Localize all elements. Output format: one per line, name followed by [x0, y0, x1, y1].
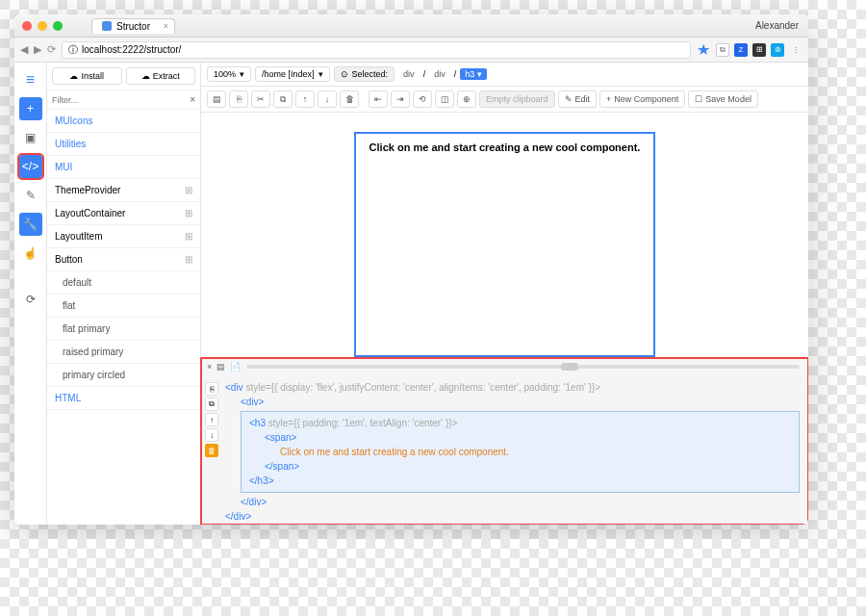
info-icon: ⓘ	[68, 43, 78, 57]
sidebar-item[interactable]: ThemeProvider⊞	[47, 179, 200, 202]
down-icon[interactable]: ↓	[318, 90, 337, 108]
ext-icon[interactable]: Z	[734, 43, 748, 57]
add-button[interactable]: +	[19, 97, 42, 120]
clear-filter-icon[interactable]: ×	[190, 94, 195, 105]
book-icon[interactable]: ▣	[19, 126, 42, 149]
cut-icon[interactable]: ✂	[251, 90, 270, 108]
brush-icon[interactable]: ✎	[19, 184, 42, 207]
zoom-select[interactable]: 100% ▾	[207, 66, 251, 82]
ext-icon[interactable]: ⊛	[771, 43, 784, 57]
main-area: 100% ▾ /home [Index] ▾ ⊙ Selected: div /…	[201, 63, 808, 525]
up-icon[interactable]: ↑	[295, 90, 315, 108]
new-component-button[interactable]: + New Component	[599, 90, 685, 108]
code-rail: ⎘ ⧉ ↑ ↓ 🗑	[202, 359, 221, 524]
sidebar-item[interactable]: LayoutItem⊞	[47, 225, 200, 248]
install-button[interactable]: ☁ Install	[52, 67, 122, 85]
duplicate-icon[interactable]: ⧉	[273, 90, 293, 108]
tab-title: Structor	[116, 21, 150, 32]
sidebar-item[interactable]: MUI	[47, 156, 200, 179]
component-preview[interactable]: Click on me and start creating a new coo…	[354, 132, 656, 357]
save-model-button[interactable]: ☐ Save Model	[688, 90, 758, 108]
minimize-window-icon[interactable]	[38, 21, 47, 31]
sidebar-item[interactable]: Utilities	[47, 133, 200, 156]
sidebar-item[interactable]: Button⊞	[47, 248, 200, 271]
selected-label: ⊙ Selected:	[334, 66, 395, 82]
breadcrumb-item[interactable]: h3 ▾	[460, 68, 487, 80]
star-icon[interactable]: ★	[697, 40, 710, 59]
menu-icon[interactable]: ⋮	[789, 43, 802, 57]
sidebar-item[interactable]: primary circled	[47, 364, 200, 387]
collapse-icon[interactable]: ▤	[207, 90, 226, 108]
down-icon[interactable]: ↓	[205, 428, 218, 442]
paste-first-icon[interactable]: ⇥	[391, 90, 410, 108]
paste-last-icon[interactable]: ⊕	[457, 90, 476, 108]
extract-button[interactable]: ☁ Extract	[126, 67, 196, 85]
sidebar: ☁ Install ☁ Extract × MUIconsUtilitiesMU…	[47, 63, 201, 525]
toolbar-actions: ▤ ⎘ ✂ ⧉ ↑ ↓ 🗑 ⇤ ⇥ ⟲ ◫ ⊕ Empty clipboard …	[201, 87, 808, 113]
favicon-icon	[102, 21, 112, 31]
left-rail: ≡ + ▣ </> ✎ 🔧 ☝ ⟳	[14, 63, 47, 525]
sidebar-item[interactable]: flat primary	[47, 318, 200, 341]
browser-window: Structor × Alexander ◀ ▶ ⟳ ⓘ localhost:2…	[14, 14, 808, 525]
wrench-icon[interactable]: 🔧	[19, 213, 42, 236]
code-icon[interactable]: </>	[19, 155, 42, 178]
up-icon[interactable]: ↑	[205, 413, 218, 426]
delete-icon[interactable]: 🗑	[340, 90, 359, 108]
paste-replace-icon[interactable]: ⟲	[413, 90, 432, 108]
ext-icon[interactable]: ⧉	[716, 43, 729, 57]
sidebar-item[interactable]: HTML	[47, 387, 200, 410]
paste-before-icon[interactable]: ⇤	[369, 90, 388, 108]
titlebar: Structor × Alexander	[14, 14, 808, 38]
url-bar: ◀ ▶ ⟳ ⓘ localhost:2222/structor/ ★ ⧉ Z ⊞…	[14, 38, 808, 63]
sidebar-item[interactable]: MUIcons	[47, 110, 200, 133]
url-text: localhost:2222/structor/	[82, 44, 181, 55]
browser-tab[interactable]: Structor ×	[91, 18, 175, 34]
edit-button[interactable]: ✎ Edit	[558, 90, 598, 108]
panel-tab-icon[interactable]: ▤	[216, 362, 225, 372]
breadcrumb-item[interactable]: div	[398, 68, 420, 80]
close-panel-icon[interactable]: ×	[207, 362, 212, 372]
sidebar-item[interactable]: LayoutContainer⊞	[47, 202, 200, 225]
close-tab-icon[interactable]: ×	[164, 21, 168, 31]
maximize-window-icon[interactable]	[53, 21, 63, 31]
app: ≡ + ▣ </> ✎ 🔧 ☝ ⟳ ☁ Install ☁ Extract × …	[14, 63, 808, 525]
user-label: Alexander	[755, 20, 799, 31]
clipboard-label: Empty clipboard	[479, 90, 555, 108]
url-input[interactable]: ⓘ localhost:2222/structor/	[62, 41, 691, 59]
canvas[interactable]: Click on me and start creating a new coo…	[201, 113, 808, 357]
copy-icon[interactable]: ⎘	[229, 90, 248, 108]
forward-icon: ▶	[34, 43, 41, 56]
filter-input[interactable]	[52, 95, 190, 105]
delete-icon[interactable]: 🗑	[205, 444, 218, 457]
reload-icon[interactable]: ⟳	[47, 43, 56, 56]
sidebar-item[interactable]: raised primary	[47, 341, 200, 364]
breadcrumb-item[interactable]: div	[429, 68, 450, 80]
close-window-icon[interactable]	[22, 21, 32, 31]
toolbar-top: 100% ▾ /home [Index] ▾ ⊙ Selected: div /…	[201, 63, 808, 87]
back-icon[interactable]: ◀	[20, 43, 28, 56]
menu-icon[interactable]: ≡	[19, 68, 42, 91]
sidebar-item[interactable]: default	[47, 271, 200, 295]
code-tree[interactable]: <div style={{ display: 'flex', justifyCo…	[221, 359, 807, 524]
code-panel: × ▤ 📄 ⎘ ⧉ ↑ ↓ 🗑 <div style={{ display: '…	[200, 357, 808, 525]
copy-icon[interactable]: ⎘	[205, 382, 218, 396]
panel-doc-icon[interactable]: 📄	[230, 362, 241, 372]
paste-wrap-icon[interactable]: ◫	[435, 90, 454, 108]
duplicate-icon[interactable]: ⧉	[205, 398, 218, 411]
refresh-icon[interactable]: ⟳	[19, 288, 42, 311]
hand-icon[interactable]: ☝	[19, 242, 42, 265]
page-select[interactable]: /home [Index] ▾	[255, 66, 330, 82]
panel-slider[interactable]	[246, 365, 800, 369]
ext-icon[interactable]: ⊞	[752, 43, 766, 57]
sidebar-item[interactable]: flat	[47, 295, 200, 318]
extensions: ⧉ Z ⊞ ⊛ ⋮	[716, 43, 802, 57]
